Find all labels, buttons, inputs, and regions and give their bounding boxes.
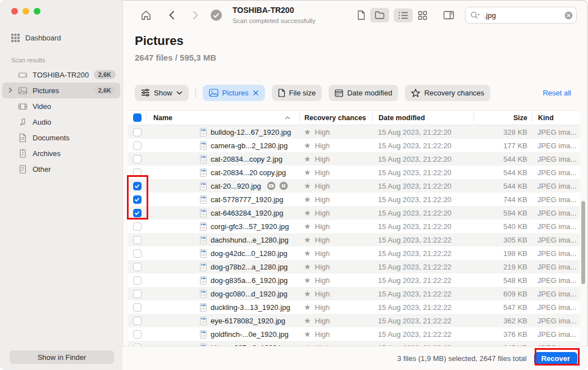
row-checkbox[interactable]	[133, 276, 142, 285]
filter-chip-recovery-chances[interactable]: Recovery chances	[405, 85, 490, 101]
sidebar: Dashboard Scan results TOSHIBA-TR200 2,6…	[0, 0, 123, 370]
column-header-date[interactable]: Date modified	[372, 113, 473, 122]
sidebar-item-documents[interactable]: Documents	[2, 130, 120, 145]
preview-panel-button[interactable]	[441, 8, 457, 22]
table-row[interactable]: duckling-3...13_1920.jpg ★ High 15 Aug 2…	[128, 300, 580, 314]
pictures-icon	[209, 89, 218, 97]
grid-view-button[interactable]	[416, 8, 430, 22]
table-row[interactable]: dog-g78b2...a_1280.jpg ★ High 15 Aug 202…	[128, 260, 580, 273]
close-window-button[interactable]	[11, 8, 18, 15]
row-checkbox[interactable]	[133, 303, 142, 312]
table-row[interactable]: camera-gb...2_1280.jpg ★ High 15 Aug 202…	[128, 139, 580, 152]
folder-view-button[interactable]	[370, 8, 389, 22]
sidebar-item-toshiba-tr200[interactable]: TOSHIBA-TR200 2,6K	[2, 67, 120, 83]
count-badge: 2,6K	[94, 86, 116, 95]
row-checkbox[interactable]	[133, 141, 142, 150]
date-modified: 15 Aug 2023, 21:22:22	[372, 290, 473, 298]
count-badge: 2,6K	[94, 70, 116, 79]
minimize-window-button[interactable]	[22, 8, 29, 15]
row-checkbox[interactable]	[133, 155, 142, 163]
sidebar-item-label: Documents	[33, 134, 70, 142]
table-row[interactable]: cat-5778777_1920.jpg ★ High 15 Aug 2023,…	[128, 193, 580, 206]
row-checkbox[interactable]	[133, 317, 142, 325]
table-row[interactable]: dog-g42dc...0_1280.jpg ★ High 15 Aug 202…	[128, 246, 580, 260]
column-header-kind[interactable]: Kind	[532, 113, 580, 122]
annotation-box-checkboxes	[127, 175, 148, 220]
table-row[interactable]: cat-20...920.jpg	[128, 179, 580, 193]
jpeg-file-icon	[200, 236, 207, 244]
table-row[interactable]: corgi-gfc3...57_1920.jpg ★ High 15 Aug 2…	[128, 220, 580, 233]
reset-all-filters-link[interactable]: Reset all	[539, 88, 575, 98]
table-row[interactable]: dachshund...e_1280.jpg ★ High 15 Aug 202…	[128, 233, 580, 246]
back-button[interactable]	[166, 8, 177, 22]
file-kind: JPEG ima...	[532, 128, 580, 136]
recovery-star-icon: ★	[304, 168, 311, 176]
sidebar-item-pictures[interactable]: Pictures 2,6K	[2, 83, 120, 98]
file-kind: JPEG ima...	[532, 209, 580, 217]
column-header-recovery[interactable]: Recovery chances	[299, 113, 372, 122]
file-name: dog-gc080...d_1920.jpg	[211, 290, 288, 298]
jpeg-file-icon	[200, 195, 207, 204]
list-view-button[interactable]	[394, 8, 413, 22]
recovery-star-icon: ★	[304, 141, 311, 149]
selection-status-text: 3 files (1,9 MB) selected, 2647 files to…	[397, 354, 527, 363]
date-modified: 15 Aug 2023, 21:22:22	[372, 330, 473, 339]
table-row[interactable]: dog-gc080...d_1920.jpg ★ High 15 Aug 202…	[128, 287, 580, 300]
date-modified: 15 Aug 2023, 21:22:20	[372, 155, 473, 163]
row-checkbox[interactable]	[133, 222, 142, 231]
row-checkbox[interactable]	[133, 249, 142, 258]
table-row[interactable]: kittens-237...9_1920.jpg ★ High 15 Aug 2…	[128, 341, 580, 346]
jpeg-file-icon	[200, 263, 207, 271]
zoom-window-button[interactable]	[34, 8, 40, 15]
table-row[interactable]: cat-6463284_1920.jpg ★ High 15 Aug 2023,…	[128, 206, 580, 220]
preview-eye-icon[interactable]	[267, 181, 276, 190]
remove-filter-icon[interactable]	[253, 90, 259, 96]
row-checkbox[interactable]	[133, 263, 142, 271]
table-row[interactable]: goldfinch-...0e_1920.jpg ★ High 15 Aug 2…	[128, 327, 580, 341]
column-header-size[interactable]: Size	[473, 113, 532, 122]
row-checkbox[interactable]	[133, 128, 142, 136]
sidebar-item-other[interactable]: Other	[2, 161, 120, 177]
jpeg-file-icon	[200, 155, 207, 163]
forward-button[interactable]	[190, 8, 201, 22]
file-size: 547 KB	[473, 303, 532, 312]
scan-title-block: TOSHIBA-TR200 Scan completed successfull…	[233, 6, 316, 25]
search-input[interactable]	[483, 11, 564, 20]
show-in-finder-button[interactable]: Show in Finder	[10, 350, 114, 364]
hash-badge-icon[interactable]	[279, 181, 288, 190]
filter-chip-pictures[interactable]: Pictures	[203, 85, 265, 101]
sidebar-item-video[interactable]: Video	[2, 98, 120, 114]
row-checkbox[interactable]	[133, 236, 142, 244]
search-field[interactable]	[465, 7, 577, 24]
sidebar-item-dashboard[interactable]: Dashboard	[6, 30, 117, 45]
table-row[interactable]: eye-6178082_1920.jpg ★ High 15 Aug 2023,…	[128, 314, 580, 327]
file-kind: JPEG ima...	[532, 249, 580, 258]
table-row[interactable]: cat-20834...copy 2.jpg ★ High 15 Aug 202…	[128, 152, 580, 166]
recovery-star-icon: ★	[304, 263, 311, 271]
file-name: dachshund...e_1280.jpg	[211, 236, 289, 244]
row-checkbox[interactable]	[133, 290, 142, 298]
file-view-button[interactable]	[354, 8, 368, 22]
date-modified: 15 Aug 2023, 21:22:20	[372, 141, 473, 150]
video-icon	[18, 102, 28, 111]
select-all-checkbox[interactable]	[133, 113, 142, 122]
table-row[interactable]: bulldog-12...67_1920.jpg ★ High 15 Aug 2…	[128, 125, 580, 139]
file-size: 328 KB	[473, 128, 532, 136]
clear-search-icon[interactable]	[564, 11, 573, 20]
vertical-scrollbar[interactable]	[581, 201, 585, 284]
filter-chip-file-size[interactable]: File size	[272, 85, 322, 101]
table-row[interactable]: dog-g835a...6_1920.jpg ★ High 15 Aug 202…	[128, 273, 580, 287]
recovery-level: High	[315, 141, 330, 150]
home-button[interactable]	[138, 8, 154, 23]
show-filter-label: Show	[154, 89, 172, 97]
row-checkbox[interactable]	[133, 330, 142, 339]
toolbar: TOSHIBA-TR200 Scan completed successfull…	[122, 0, 588, 30]
show-filter-button[interactable]: Show	[135, 85, 189, 101]
sidebar-item-audio[interactable]: Audio	[2, 114, 120, 130]
table-row[interactable]: cat-20834...20 copy.jpg ★ High 15 Aug 20…	[128, 166, 580, 179]
file-size: 544 KB	[473, 155, 532, 163]
sidebar-item-archives[interactable]: Archives	[2, 145, 120, 161]
column-header-name[interactable]: Name	[146, 113, 299, 122]
filter-chip-date-modified[interactable]: Date modified	[329, 85, 398, 101]
chevron-right-icon[interactable]	[8, 87, 12, 93]
